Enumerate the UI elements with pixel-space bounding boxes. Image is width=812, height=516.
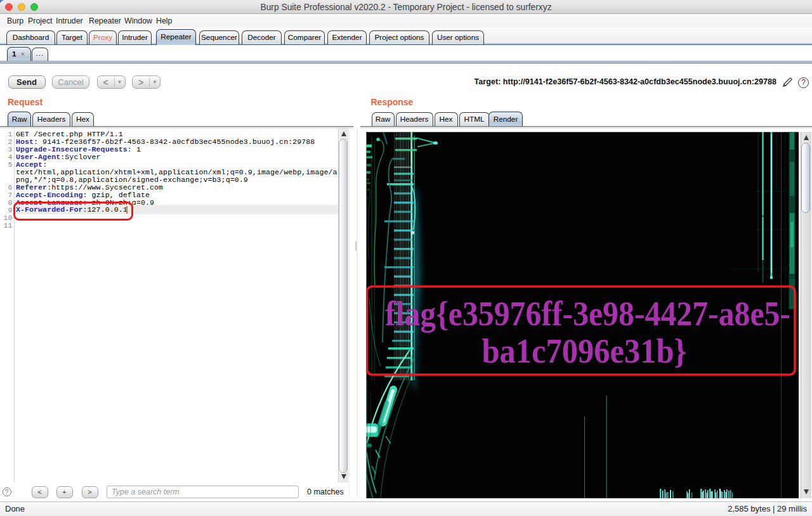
svg-text:flag{e35976ff-3e98-4427-a8e5-: flag{e35976ff-3e98-4427-a8e5-	[385, 295, 790, 333]
svg-text:ba1c7096e31b}: ba1c7096e31b}	[482, 332, 687, 370]
